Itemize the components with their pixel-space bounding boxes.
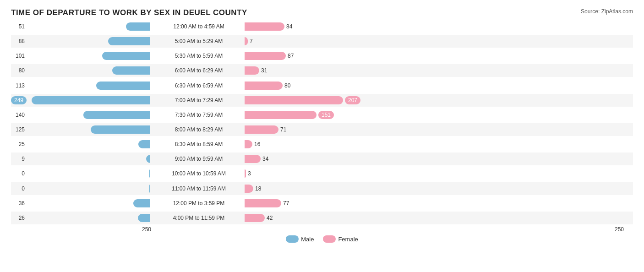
female-bar: [245, 199, 281, 207]
time-label: 8:00 AM to 8:29 AM: [153, 126, 245, 133]
time-label: 11:00 AM to 11:59 AM: [153, 185, 245, 192]
female-bar: [245, 125, 278, 134]
male-bar: [32, 96, 150, 104]
right-section: 3: [245, 169, 633, 178]
axis-left: 250: [11, 226, 153, 233]
male-bar: [112, 66, 150, 75]
female-bar: [245, 111, 317, 119]
female-bar: [245, 96, 343, 104]
female-value: 31: [261, 67, 275, 74]
female-bar: [245, 22, 284, 31]
bar-row: 0 10:00 AM to 10:59 AM 3: [11, 167, 633, 180]
left-section: 36: [11, 199, 153, 207]
female-value: 18: [255, 185, 269, 192]
female-value: 16: [254, 141, 268, 147]
right-section: 77: [245, 199, 633, 207]
female-value: 84: [286, 23, 300, 30]
male-value: 51: [11, 23, 25, 30]
right-section: 207: [245, 96, 633, 104]
female-value: 207: [345, 96, 360, 104]
right-section: 80: [245, 82, 633, 90]
left-section: 51: [11, 22, 153, 31]
time-label: 10:00 AM to 10:59 AM: [153, 170, 245, 177]
time-label: 5:30 AM to 5:59 AM: [153, 53, 245, 59]
right-section: 87: [245, 52, 633, 60]
left-section: 88: [11, 37, 153, 45]
male-value: 125: [11, 126, 25, 133]
left-bar-wrap: [27, 37, 150, 45]
bar-row: 140 7:30 AM to 7:59 AM 151: [11, 109, 633, 121]
male-bar: [138, 214, 150, 222]
bar-row: 101 5:30 AM to 5:59 AM 87: [11, 49, 633, 62]
right-section: 34: [245, 155, 633, 163]
male-bar: [146, 155, 150, 163]
left-section: 25: [11, 140, 153, 148]
male-value: 26: [11, 215, 25, 221]
left-section: 140: [11, 111, 153, 119]
left-bar-wrap: [27, 214, 150, 222]
axis-row: 250 250: [11, 226, 633, 233]
time-label: 7:30 AM to 7:59 AM: [153, 112, 245, 118]
time-label: 12:00 PM to 3:59 PM: [153, 200, 245, 207]
left-section: 101: [11, 52, 153, 60]
rows-container: 51 12:00 AM to 4:59 AM 84 88 5:00 AM to …: [11, 20, 633, 224]
source-text: Source: ZipAtlas.com: [581, 8, 633, 15]
bar-row: 88 5:00 AM to 5:29 AM 7: [11, 35, 633, 48]
female-value: 80: [284, 82, 298, 89]
male-value: 101: [11, 53, 25, 59]
male-value: 80: [11, 67, 25, 74]
right-section: 7: [245, 37, 633, 45]
right-section: 31: [245, 66, 633, 75]
female-value: 87: [288, 53, 301, 59]
left-section: 0: [11, 185, 153, 193]
chart-title: TIME OF DEPARTURE TO WORK BY SEX IN DEUE…: [11, 8, 633, 17]
female-bar: [245, 37, 248, 45]
axis-right: 250: [245, 226, 633, 233]
male-bar: [149, 169, 150, 178]
left-bar-wrap: [27, 82, 150, 90]
male-value: 140: [11, 112, 25, 118]
left-section: 80: [11, 66, 153, 75]
male-bar: [83, 111, 150, 119]
right-section: 18: [245, 185, 633, 193]
female-bar: [245, 82, 283, 90]
left-section: 0: [11, 169, 153, 178]
left-bar-wrap: [27, 185, 150, 193]
male-bar: [133, 199, 150, 207]
bar-row: 249 7:00 AM to 7:29 AM 207: [11, 94, 633, 107]
male-value: 36: [11, 200, 25, 207]
male-value: 0: [11, 170, 25, 177]
female-value: 42: [267, 215, 280, 221]
bar-row: 25 8:30 AM to 8:59 AM 16: [11, 138, 633, 151]
time-label: 5:00 AM to 5:29 AM: [153, 38, 245, 44]
bar-row: 0 11:00 AM to 11:59 AM 18: [11, 182, 633, 195]
female-bar: [245, 155, 261, 163]
time-label: 12:00 AM to 4:59 AM: [153, 23, 245, 30]
male-bar: [138, 140, 150, 148]
left-bar-wrap: [27, 140, 150, 148]
left-section: 125: [11, 125, 153, 134]
male-value: 88: [11, 38, 25, 44]
male-bar: [126, 22, 150, 31]
male-value: 0: [11, 185, 25, 192]
female-bar: [245, 185, 253, 193]
female-bar: [245, 66, 259, 75]
left-bar-wrap: [27, 199, 150, 207]
bar-row: 51 12:00 AM to 4:59 AM 84: [11, 20, 633, 33]
legend: Male Female: [11, 235, 633, 243]
female-value: 71: [280, 126, 294, 133]
female-bar: [245, 140, 252, 148]
male-swatch: [286, 235, 299, 243]
female-label: Female: [338, 236, 358, 243]
legend-female: Female: [323, 235, 358, 243]
male-value: 25: [11, 141, 25, 147]
left-bar-wrap: [27, 66, 150, 75]
right-section: 151: [245, 111, 633, 119]
bar-row: 113 6:30 AM to 6:59 AM 80: [11, 79, 633, 92]
time-label: 7:00 AM to 7:29 AM: [153, 97, 245, 103]
male-value: 9: [11, 156, 25, 162]
male-bar: [96, 82, 150, 90]
bar-row: 26 4:00 PM to 11:59 PM 42: [11, 212, 633, 224]
time-label: 6:00 AM to 6:29 AM: [153, 67, 245, 74]
time-label: 9:00 AM to 9:59 AM: [153, 156, 245, 162]
